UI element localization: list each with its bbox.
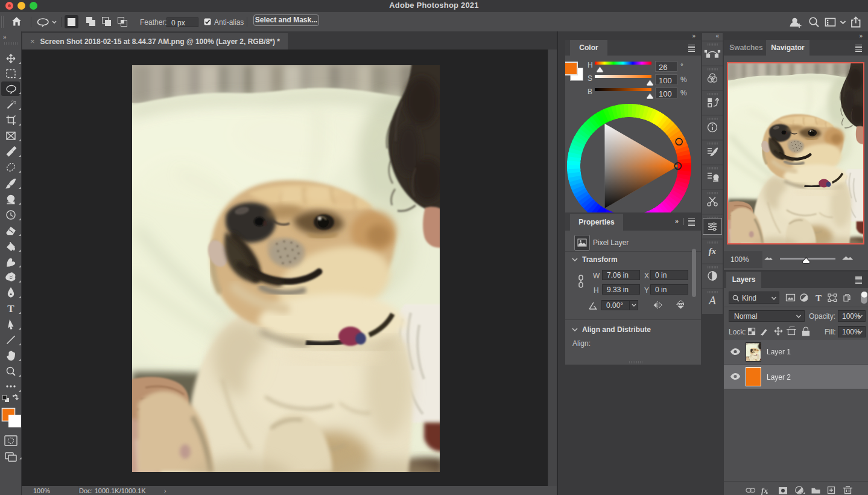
svg-text:T: T (816, 293, 822, 303)
svg-text:fx: fx (709, 246, 717, 256)
svg-text:T: T (7, 303, 14, 315)
svg-text:A: A (708, 294, 716, 307)
